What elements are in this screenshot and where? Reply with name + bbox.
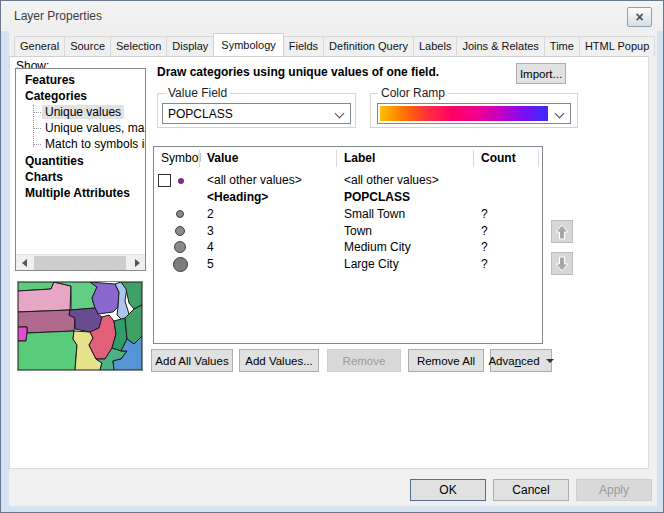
tree-item-categories[interactable]: Categories: [16, 88, 145, 104]
value-cell: <all other values>: [207, 172, 302, 189]
label-cell: Medium City: [344, 239, 411, 256]
label-cell: Small Town: [344, 206, 405, 223]
symbol-cell[interactable]: [154, 172, 199, 189]
tree-twig-icon: [33, 112, 41, 113]
column-count: Count: [481, 151, 516, 165]
table-row-2[interactable]: 2 Small Town ?: [154, 206, 542, 223]
show-tree: Features Categories Unique values Unique…: [15, 68, 146, 271]
tree-twig-icon: [33, 144, 41, 145]
advanced-button[interactable]: Advanced: [490, 349, 552, 372]
add-values-button[interactable]: Add Values...: [239, 349, 319, 372]
table-header: Symbol Value Label Count: [154, 147, 542, 169]
scrollbar-thumb[interactable]: [34, 256, 126, 270]
count-cell: ?: [481, 239, 488, 256]
scroll-left-arrow-icon: [22, 259, 27, 267]
unique-values-table[interactable]: Symbol Value Label Count <all other valu…: [153, 146, 543, 344]
symbol-cell[interactable]: [154, 223, 199, 240]
column-symbol: Symbol: [161, 151, 201, 165]
dropdown-caret-icon: [546, 359, 554, 363]
value-field-label: Value Field: [165, 86, 230, 100]
symbology-page: Show: Features Categories Unique values …: [9, 56, 649, 469]
tab-strip: General Source Selection Display Symbolo…: [14, 33, 654, 56]
scroll-left-button[interactable]: [16, 255, 32, 271]
close-button[interactable]: ×: [627, 7, 652, 27]
label-cell: <all other values>: [344, 172, 439, 189]
page-title: Draw categories using unique values of o…: [157, 65, 439, 79]
scroll-right-arrow-icon: [135, 259, 140, 267]
column-divider: [538, 150, 539, 167]
value-cell: 3: [207, 223, 214, 240]
circle-symbol-icon: [174, 241, 186, 253]
tree-twig-icon: [33, 128, 41, 129]
remove-button: Remove: [327, 349, 401, 372]
tab-display[interactable]: Display: [166, 36, 214, 56]
tab-fields[interactable]: Fields: [283, 36, 324, 56]
tab-symbology[interactable]: Symbology: [213, 33, 283, 56]
tab-source[interactable]: Source: [64, 36, 111, 56]
cancel-button[interactable]: Cancel: [493, 479, 569, 501]
tree-item-unique-values-many[interactable]: Unique values, many: [16, 120, 145, 136]
tab-joins-relates[interactable]: Joins & Relates: [456, 36, 544, 56]
title-bar[interactable]: Layer Properties ×: [1, 1, 663, 31]
value-field-groupbox: Value Field POPCLASS: [157, 93, 356, 128]
tree-item-unique-values[interactable]: Unique values: [16, 104, 145, 120]
value-cell: <Heading>: [207, 189, 268, 206]
remove-all-button[interactable]: Remove All: [408, 349, 484, 372]
tab-selection[interactable]: Selection: [110, 36, 167, 56]
value-cell: 5: [207, 256, 214, 273]
move-down-button[interactable]: [551, 252, 573, 275]
color-ramp-swatch: [380, 106, 548, 121]
tree-item-charts[interactable]: Charts: [16, 169, 145, 185]
label-cell: Large City: [344, 256, 399, 273]
value-cell: 4: [207, 239, 214, 256]
tree-item-match-symbols[interactable]: Match to symbols in a: [16, 136, 145, 152]
move-up-button[interactable]: [551, 220, 573, 243]
tab-html-popup[interactable]: HTML Popup: [579, 36, 655, 56]
ok-button[interactable]: OK: [410, 479, 486, 501]
circle-symbol-icon: [176, 210, 184, 218]
window-title: Layer Properties: [14, 9, 102, 23]
value-field-dropdown[interactable]: POPCLASS: [162, 103, 351, 124]
column-label: Label: [344, 151, 375, 165]
column-divider: [473, 150, 474, 167]
label-cell: POPCLASS: [344, 189, 410, 206]
color-ramp-dropdown[interactable]: [377, 103, 571, 124]
advanced-label: ced: [521, 355, 540, 367]
import-button[interactable]: Import...: [516, 63, 566, 84]
tab-labels[interactable]: Labels: [413, 36, 457, 56]
tab-definition-query[interactable]: Definition Query: [323, 36, 414, 56]
tree-horizontal-scrollbar[interactable]: [16, 254, 145, 270]
tree-item-quantities[interactable]: Quantities: [16, 153, 145, 169]
chevron-down-icon: [335, 109, 345, 119]
column-divider: [336, 150, 337, 167]
close-icon: ×: [635, 10, 643, 24]
table-row-heading[interactable]: <Heading> POPCLASS: [154, 189, 542, 206]
dialog-body: General Source Selection Display Symbolo…: [9, 31, 657, 506]
arrow-up-icon: [555, 224, 569, 240]
table-row-3[interactable]: 3 Town ?: [154, 223, 542, 240]
column-divider: [199, 150, 200, 167]
label-cell: Town: [344, 223, 372, 240]
chevron-down-icon: [555, 109, 565, 119]
symbol-cell[interactable]: [154, 206, 199, 223]
value-field-selected: POPCLASS: [168, 107, 233, 121]
tree-item-features[interactable]: Features: [16, 72, 145, 88]
count-cell: ?: [481, 256, 488, 273]
symbol-cell[interactable]: [154, 239, 199, 256]
tab-time[interactable]: Time: [544, 36, 580, 56]
arrow-down-icon: [555, 256, 569, 272]
color-ramp-label: Color Ramp: [378, 86, 448, 100]
table-row-all-other-values[interactable]: <all other values> <all other values>: [154, 172, 542, 189]
all-other-values-symbol-icon: [178, 178, 184, 184]
add-all-values-button[interactable]: Add All Values: [151, 349, 233, 372]
apply-button: Apply: [576, 479, 652, 501]
value-cell: 2: [207, 206, 214, 223]
tab-general[interactable]: General: [14, 36, 65, 56]
layer-properties-dialog: Layer Properties × General Source Select…: [0, 0, 664, 513]
tree-item-multiple-attributes[interactable]: Multiple Attributes: [16, 185, 145, 201]
symbol-cell[interactable]: [154, 256, 199, 273]
table-row-4[interactable]: 4 Medium City ?: [154, 239, 542, 256]
table-row-5[interactable]: 5 Large City ?: [154, 256, 542, 273]
scroll-right-button[interactable]: [129, 255, 145, 271]
all-other-values-checkbox[interactable]: [158, 174, 171, 187]
